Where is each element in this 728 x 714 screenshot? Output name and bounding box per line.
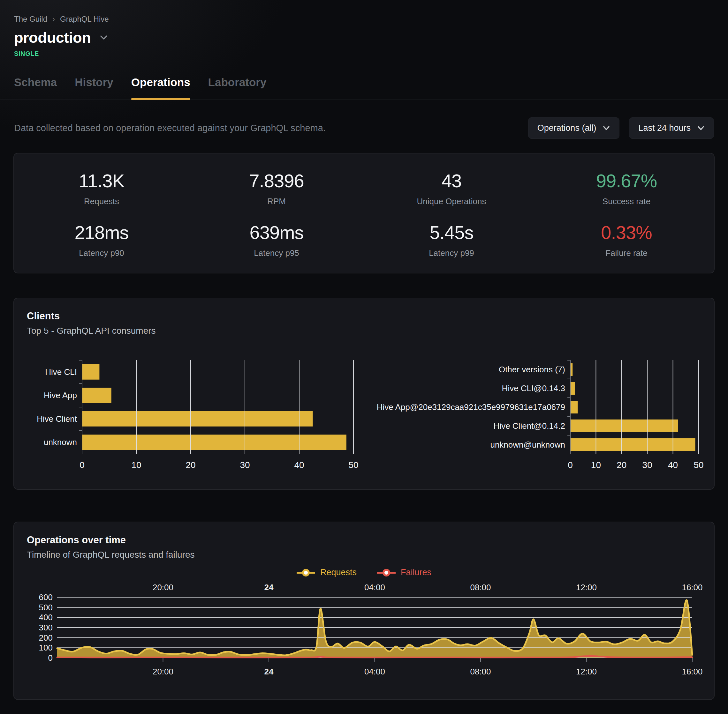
legend-label: Requests [320,568,356,578]
svg-text:Hive CLI@0.14.3: Hive CLI@0.14.3 [502,384,565,393]
svg-text:Hive Client@0.14.2: Hive Client@0.14.2 [493,421,565,431]
breadcrumb-separator-icon: › [53,15,55,24]
operations-filter-label: Operations (all) [537,123,596,133]
svg-text:16:00: 16:00 [682,582,702,592]
svg-text:16:00: 16:00 [682,667,702,676]
operations-over-time-title: Operations over time [27,534,701,546]
target-switcher-chevron-icon[interactable] [99,34,108,41]
breadcrumb: The Guild › GraphQL Hive [14,15,714,24]
stat-failure-rate: 0.33% Failure rate [539,222,714,258]
svg-text:unknown@unknown: unknown@unknown [490,440,565,450]
stat-label: Latency p90 [14,248,189,258]
stat-unique-operations: 43 Unique Operations [364,170,539,206]
svg-text:500: 500 [39,603,53,612]
operations-toolbar: Data collected based on operation execut… [0,117,728,139]
period-filter-label: Last 24 hours [638,123,690,133]
stat-label: RPM [189,196,364,206]
operations-filter-dropdown[interactable]: Operations (all) [528,117,620,139]
stat-value: 43 [364,170,539,191]
stat-value: 218ms [14,222,189,243]
page-title: production [14,29,91,46]
svg-text:20: 20 [185,460,196,470]
stats-summary-card: 11.3K Requests 7.8396 RPM 43 Unique Oper… [14,153,714,273]
legend-item-failures[interactable]: Failures [377,568,432,578]
stat-rpm: 7.8396 RPM [189,170,364,206]
chevron-down-icon [697,126,705,131]
period-filter-dropdown[interactable]: Last 24 hours [629,117,714,139]
stat-value: 7.8396 [189,170,364,191]
svg-text:10: 10 [591,460,601,470]
svg-text:08:00: 08:00 [470,582,491,592]
clients-by-name-bar-chart: Hive CLIHive AppHive Clientunknown010203… [27,356,365,477]
operations-over-time-subtitle: Timeline of GraphQL requests and failure… [27,550,701,560]
breadcrumb-project-link[interactable]: GraphQL Hive [60,15,109,24]
svg-text:20:00: 20:00 [153,667,173,676]
stat-latency-p99: 5.45s Latency p99 [364,222,539,258]
stat-requests: 11.3K Requests [14,170,189,206]
svg-text:Hive App: Hive App [44,390,77,400]
stat-label: Latency p99 [364,248,539,258]
svg-text:04:00: 04:00 [364,582,385,592]
svg-text:400: 400 [39,612,53,622]
svg-text:12:00: 12:00 [576,582,597,592]
timeline-legend: Requests Failures [27,568,701,578]
tab-history[interactable]: History [75,76,113,99]
stat-value: 99.67% [539,170,714,191]
svg-text:50: 50 [348,460,358,470]
stat-label: Requests [14,196,189,206]
svg-text:100: 100 [39,643,53,652]
svg-text:24: 24 [265,582,274,592]
stat-value: 11.3K [14,170,189,191]
tab-bar: Schema History Operations Laboratory [0,76,728,100]
svg-text:30: 30 [642,460,652,470]
tab-laboratory[interactable]: Laboratory [208,76,266,99]
target-mode-badge: SINGLE [14,50,714,57]
failures-legend-marker-icon [377,569,396,576]
stat-latency-p90: 218ms Latency p90 [14,222,189,258]
legend-item-requests[interactable]: Requests [296,568,356,578]
svg-text:200: 200 [39,633,53,642]
stat-label: Unique Operations [364,196,539,206]
svg-text:40: 40 [294,460,304,470]
stat-label: Latency p95 [189,248,364,258]
svg-text:12:00: 12:00 [576,667,597,676]
clients-title: Clients [27,310,701,322]
svg-text:600: 600 [39,592,53,602]
svg-text:0: 0 [568,460,573,470]
tab-schema[interactable]: Schema [14,76,57,99]
svg-text:20:00: 20:00 [153,582,173,592]
tab-operations[interactable]: Operations [131,76,190,99]
stat-value: 0.33% [539,222,714,243]
svg-text:Other versions (7): Other versions (7) [499,364,565,374]
svg-text:Hive CLI: Hive CLI [45,367,77,377]
svg-text:unknown: unknown [44,437,77,447]
svg-text:04:00: 04:00 [364,667,385,676]
clients-by-version-bar-chart: Other versions (7)Hive CLI@0.14.3Hive Ap… [365,356,702,477]
svg-text:Hive Client: Hive Client [37,414,77,424]
stat-label: Failure rate [539,248,714,258]
stat-value: 5.45s [364,222,539,243]
svg-text:0: 0 [80,460,84,470]
legend-label: Failures [401,568,432,578]
clients-subtitle: Top 5 - GraphQL API consumers [27,326,701,336]
page-header: The Guild › GraphQL Hive production SING… [0,0,728,57]
stat-success-rate: 99.67% Success rate [539,170,714,206]
clients-card: Clients Top 5 - GraphQL API consumers Hi… [14,298,714,490]
svg-text:0: 0 [48,653,53,663]
stat-label: Success rate [539,196,714,206]
svg-text:10: 10 [131,460,141,470]
operations-over-time-card: Operations over time Timeline of GraphQL… [14,522,714,700]
requests-failures-timeline-chart: 010020030040050060020:0020:00242404:0004… [27,580,702,686]
svg-text:50: 50 [693,460,703,470]
chevron-down-icon [603,126,610,131]
requests-legend-marker-icon [296,569,315,576]
svg-text:Hive App@20e3129caa921c35e9979: Hive App@20e3129caa921c35e9979631e17a067… [377,402,565,412]
svg-text:40: 40 [668,460,678,470]
svg-text:24: 24 [265,667,274,676]
breadcrumb-org-link[interactable]: The Guild [14,15,47,24]
stat-value: 639ms [189,222,364,243]
svg-text:30: 30 [240,460,250,470]
svg-text:20: 20 [617,460,626,470]
stat-latency-p95: 639ms Latency p95 [189,222,364,258]
collection-description: Data collected based on operation execut… [14,123,326,134]
